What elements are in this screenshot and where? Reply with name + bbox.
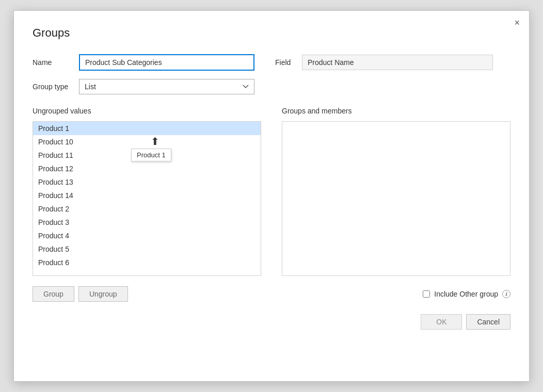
list-item[interactable]: Product 2 [33, 202, 261, 216]
include-other-group-row: Include Other group i [423, 290, 510, 298]
info-icon[interactable]: i [502, 290, 510, 298]
ungrouped-panel: Ungrouped values ⬆︎ Product 1 Product 1 … [33, 107, 261, 276]
list-item[interactable]: Product 4 [33, 229, 261, 242]
ok-button[interactable]: OK [421, 314, 462, 330]
list-item[interactable]: Product 3 [33, 216, 261, 229]
list-item[interactable]: Product 10 [33, 135, 261, 149]
group-type-label: Group type [33, 83, 79, 91]
cancel-button[interactable]: Cancel [466, 314, 510, 330]
lists-section: Ungrouped values ⬆︎ Product 1 Product 1 … [33, 107, 510, 276]
ok-cancel-row: OK Cancel [33, 314, 510, 330]
ungrouped-title: Ungrouped values [33, 107, 261, 115]
list-item[interactable]: Product 14 [33, 189, 261, 202]
buttons-row: Group Ungroup Include Other group i [33, 286, 510, 302]
group-type-row: Group type List Bin [33, 79, 510, 94]
groups-title: Groups and members [282, 107, 510, 115]
right-section: Include Other group i [423, 290, 510, 298]
ungroup-button[interactable]: Ungroup [78, 286, 128, 302]
list-item[interactable]: Product 6 [33, 256, 261, 265]
list-item[interactable]: Product 1 [33, 122, 261, 135]
list-item[interactable]: Product 11 [33, 149, 261, 162]
list-item[interactable]: Product 5 [33, 242, 261, 256]
dialog-title: Groups [33, 26, 510, 40]
field-value: Product Name [302, 55, 493, 70]
group-type-select[interactable]: List Bin [79, 79, 254, 94]
name-row: Name Field Product Name [33, 54, 510, 71]
include-other-group-label: Include Other group [434, 290, 498, 298]
list-item[interactable]: Product 12 [33, 162, 261, 175]
group-button[interactable]: Group [33, 286, 74, 302]
left-buttons: Group Ungroup [33, 286, 128, 302]
name-input[interactable] [79, 54, 254, 71]
close-button[interactable]: × [514, 18, 520, 27]
groups-list[interactable] [282, 121, 510, 276]
groups-panel: Groups and members [282, 107, 510, 276]
include-other-group-checkbox[interactable] [423, 290, 430, 298]
field-label: Field [275, 58, 294, 67]
list-item[interactable]: Product 13 [33, 175, 261, 189]
groups-dialog: × Groups Name Field Product Name Group t… [13, 10, 530, 382]
ungrouped-list[interactable]: ⬆︎ Product 1 Product 1 Product 10 Produc… [33, 121, 261, 276]
name-label: Name [33, 58, 79, 67]
